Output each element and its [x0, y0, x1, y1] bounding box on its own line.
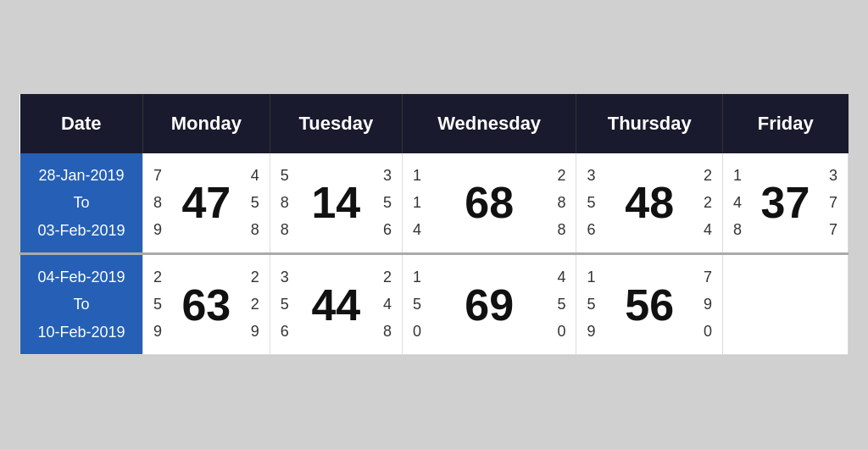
wednesday-cell: 11468288 — [402, 153, 576, 254]
monday-cell: 25963229 — [143, 254, 270, 355]
thursday-cell: 15956790 — [576, 254, 723, 355]
friday-cell: 14837377 — [723, 153, 849, 254]
schedule-table: Date Monday Tuesday Wednesday Thursday F… — [19, 94, 849, 355]
date-cell: 28-Jan-2019To03-Feb-2019 — [20, 153, 143, 254]
friday-cell — [723, 254, 849, 355]
monday-cell: 78947458 — [143, 153, 270, 254]
table-row: 04-Feb-2019To10-Feb-20192596322935644248… — [20, 254, 849, 355]
table-row: 28-Jan-2019To03-Feb-20197894745858814356… — [20, 153, 849, 254]
header-date: Date — [20, 94, 143, 153]
tuesday-cell: 58814356 — [270, 153, 402, 254]
tuesday-cell: 35644248 — [270, 254, 402, 355]
thursday-cell: 35648224 — [576, 153, 723, 254]
schedule-table-wrapper: Date Monday Tuesday Wednesday Thursday F… — [19, 93, 849, 356]
header-monday: Monday — [143, 94, 270, 153]
header-friday: Friday — [723, 94, 849, 153]
wednesday-cell: 15069450 — [402, 254, 576, 355]
header-wednesday: Wednesday — [402, 94, 576, 153]
date-cell: 04-Feb-2019To10-Feb-2019 — [20, 254, 143, 355]
header-row: Date Monday Tuesday Wednesday Thursday F… — [20, 94, 849, 153]
header-thursday: Thursday — [576, 94, 723, 153]
header-tuesday: Tuesday — [270, 94, 402, 153]
